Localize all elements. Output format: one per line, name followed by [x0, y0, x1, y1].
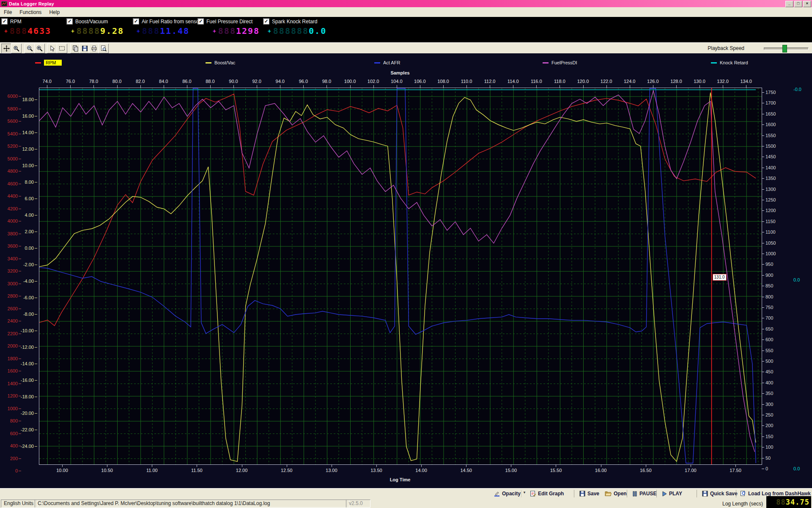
channel-label: RPM — [10, 19, 22, 25]
display-digits: 8881298 — [218, 26, 260, 36]
select-region-button[interactable] — [57, 44, 67, 53]
tick-mark — [762, 318, 764, 318]
display-digits: 88811.48 — [142, 26, 189, 36]
log-length-dim-digits: 88 — [776, 498, 785, 506]
channel-checkbox-fuel-pressure-direct[interactable]: ✓Fuel Pressure Direct — [198, 18, 252, 25]
tick-mark — [19, 458, 21, 459]
boost-vacuum-display: +88889.28 — [71, 25, 124, 36]
opacity-dropdown-caret[interactable]: ▾ — [521, 490, 527, 497]
tick-mark — [326, 85, 327, 88]
playback-speed-thumb[interactable] — [782, 45, 787, 52]
fuel-tick-label: 400 — [765, 380, 773, 385]
load-log-icon — [740, 491, 746, 497]
display-dim-digits: 888 — [142, 26, 160, 36]
tick-mark — [601, 464, 601, 467]
tick-mark — [762, 351, 764, 351]
tick-mark — [746, 85, 746, 88]
checkbox-icon[interactable]: ✓ — [1, 18, 8, 25]
close-button[interactable]: × — [803, 1, 811, 7]
edit-graph-button[interactable]: Edit Graph — [528, 489, 566, 498]
zoom-in-button[interactable] — [34, 44, 45, 53]
legend-label: RPM — [44, 60, 62, 66]
legend-item-fuelpressdi[interactable]: FuelPressDI — [543, 59, 577, 66]
zoom-out-button[interactable] — [25, 44, 35, 53]
tick-mark — [62, 464, 63, 467]
tick-mark — [19, 334, 21, 334]
legend-item-boost-vac[interactable]: Boost/Vac — [206, 59, 235, 66]
open-button[interactable]: Open — [603, 489, 629, 498]
checkbox-icon[interactable]: ✓ — [198, 18, 204, 25]
tick-mark — [35, 265, 37, 265]
rpm-tick-label: 5600 — [0, 119, 18, 124]
pause-button[interactable]: PAUSE — [630, 489, 658, 498]
rpm-tick-label: 4200 — [0, 206, 18, 211]
boost-tick-label: 0.00 — [8, 246, 34, 251]
display-sign: + — [213, 28, 216, 34]
tick-mark — [35, 166, 37, 166]
fuel-tick-label: 1500 — [765, 144, 776, 149]
samples-tick-label: 90.0 — [221, 79, 246, 84]
boost-tick-label: -16.00 — [8, 378, 34, 383]
rpm-tick-label: 5800 — [0, 106, 18, 111]
tick-mark — [762, 146, 764, 146]
tick-mark — [762, 103, 764, 103]
log-time-tick-label: 10.00 — [49, 468, 75, 473]
tick-mark — [560, 85, 560, 88]
tick-mark — [676, 85, 677, 88]
plot-area[interactable] — [39, 88, 762, 465]
version-label: v2.5.0 — [346, 500, 370, 508]
checkbox-icon[interactable]: ✓ — [133, 18, 139, 25]
tick-mark — [735, 464, 736, 467]
zoom-window-icon — [13, 45, 19, 52]
separator — [656, 490, 657, 497]
boost-tick-label: -14.00 — [8, 361, 34, 366]
pan-button[interactable] — [1, 44, 12, 53]
tick-mark — [513, 85, 513, 88]
tick-mark — [762, 458, 764, 458]
opacity-button[interactable]: Opacity — [492, 489, 523, 498]
tick-mark — [762, 447, 764, 447]
tick-mark — [93, 85, 94, 88]
tick-mark — [762, 340, 764, 340]
cursor-button[interactable] — [47, 44, 58, 53]
zoom-window-button[interactable] — [11, 44, 22, 53]
fuel-tick-label: 450 — [765, 369, 773, 374]
log-time-tick-label: 17.00 — [678, 468, 703, 473]
fuel-tick-label: 250 — [765, 412, 773, 417]
knock-tick-label: 0.0 — [793, 466, 800, 471]
tick-mark — [19, 371, 21, 371]
menu-functions[interactable]: Functions — [16, 8, 45, 17]
play-button[interactable]: PLAY — [660, 489, 684, 498]
menu-file[interactable]: File — [0, 8, 16, 17]
channel-checkbox-air-fuel-ratio-from-sensor[interactable]: ✓Air Fuel Ratio from sensor — [133, 18, 200, 25]
channel-checkbox-boost-vacuum[interactable]: ✓Boost/Vacuum — [66, 18, 108, 25]
legend-item-act-afr[interactable]: Act AFR — [374, 59, 400, 66]
rpm-tick-label: 1000 — [0, 406, 18, 411]
tick-mark — [762, 307, 764, 308]
tick-mark — [536, 85, 537, 88]
playback-speed-slider[interactable] — [764, 47, 809, 50]
fuel-tick-label: 300 — [765, 402, 773, 407]
channel-checkbox-spark-knock-retard[interactable]: ✓Spark Knock Retard — [263, 18, 317, 25]
button-label: Edit Graph — [538, 491, 564, 497]
control-bar: OpacityEdit GraphSaveOpenPAUSEPLAYQuick … — [0, 488, 812, 499]
minimize-button[interactable]: _ — [785, 1, 793, 7]
tick-mark — [35, 314, 37, 315]
boost-tick-label: 4.00 — [8, 213, 34, 218]
display-dim-digits: 8888 — [77, 26, 100, 36]
samples-tick-label: 112.0 — [477, 79, 502, 84]
save-button[interactable]: Save — [577, 489, 601, 498]
tick-mark — [723, 85, 723, 88]
tick-mark — [35, 182, 37, 182]
legend-item-knock-retard[interactable]: Knock Retard — [711, 59, 748, 66]
print-preview-button[interactable] — [98, 44, 109, 53]
quick-save-button[interactable]: Quick Save — [700, 489, 740, 498]
channel-checkbox-rpm[interactable]: ✓RPM — [1, 18, 22, 25]
checkbox-icon[interactable]: ✓ — [263, 18, 269, 25]
log-time-tick-label: 14.50 — [453, 468, 479, 473]
legend-item-rpm[interactable]: RPM — [35, 59, 62, 66]
menu-help[interactable]: Help — [45, 8, 63, 17]
maximize-button[interactable]: □ — [794, 1, 802, 7]
log-length-display: 8834.75 — [766, 496, 811, 508]
checkbox-icon[interactable]: ✓ — [66, 18, 73, 25]
